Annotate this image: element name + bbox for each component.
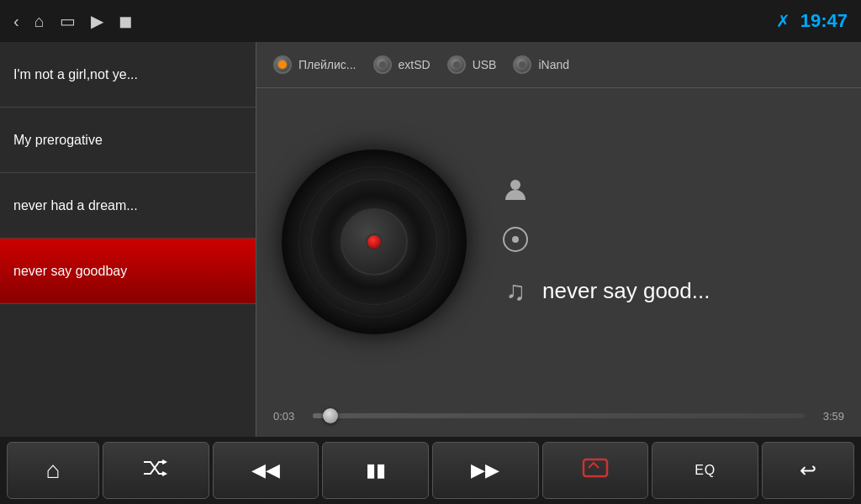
source-tab-extsd[interactable]: extSD bbox=[373, 55, 430, 74]
back-nav-icon[interactable]: ‹ bbox=[13, 12, 19, 31]
radio-extsd[interactable] bbox=[373, 55, 392, 74]
progress-fill bbox=[313, 413, 323, 418]
vinyl-inner bbox=[341, 208, 408, 276]
svg-point-2 bbox=[512, 236, 519, 243]
next-button[interactable]: ▶▶ bbox=[432, 442, 539, 499]
vinyl-center bbox=[366, 234, 383, 250]
bottom-bar: ⌂ ◀◀ ▮▮ ▶▶ EQ ↩ bbox=[0, 437, 861, 504]
source-tab-inand[interactable]: iNand bbox=[513, 55, 569, 74]
bluetooth-icon: ✗ bbox=[776, 11, 790, 31]
prev-button[interactable]: ◀◀ bbox=[213, 442, 320, 499]
home-nav-icon[interactable]: ⌂ bbox=[34, 12, 45, 31]
total-time: 3:59 bbox=[815, 410, 844, 423]
playlist-item[interactable]: I'm not a girl,not ye... bbox=[0, 42, 256, 108]
shield-nav-icon[interactable]: ▶ bbox=[91, 11, 103, 31]
playlist-panel: I'm not a girl,not ye... My prerogative … bbox=[0, 42, 256, 437]
playlist-item-active[interactable]: never say goodbay bbox=[0, 239, 256, 304]
progress-container: 0:03 3:59 bbox=[256, 395, 861, 437]
gallery-nav-icon[interactable]: ◼ bbox=[119, 11, 133, 31]
source-tabs: Плейлис... extSD USB iNand bbox=[256, 42, 861, 88]
shuffle-icon bbox=[144, 459, 167, 482]
progress-track[interactable] bbox=[313, 413, 805, 418]
next-icon: ▶▶ bbox=[471, 459, 499, 481]
prev-icon: ◀◀ bbox=[251, 459, 280, 481]
track-title: never say good... bbox=[542, 278, 710, 304]
back-icon: ↩ bbox=[800, 459, 816, 482]
player-area: ♫ never say good... bbox=[256, 88, 861, 395]
repeat-button[interactable] bbox=[542, 442, 649, 499]
radio-inand[interactable] bbox=[513, 55, 531, 74]
album-icon bbox=[500, 226, 531, 259]
vinyl-outer bbox=[282, 150, 467, 334]
album-row bbox=[500, 226, 836, 259]
status-bar: ‹ ⌂ ▭ ▶ ◼ ✗ 19:47 bbox=[0, 0, 861, 42]
time-display: 19:47 bbox=[800, 10, 848, 32]
player-panel: Плейлис... extSD USB iNand bbox=[256, 42, 861, 437]
artist-icon bbox=[500, 176, 531, 209]
note-icon: ♫ bbox=[500, 276, 531, 307]
artist-row bbox=[500, 176, 836, 209]
source-label-inand: iNand bbox=[538, 58, 569, 71]
home-icon: ⌂ bbox=[46, 457, 61, 484]
radio-usb[interactable] bbox=[447, 55, 466, 74]
back-button[interactable]: ↩ bbox=[762, 442, 854, 499]
svg-point-0 bbox=[510, 180, 520, 190]
home-button[interactable]: ⌂ bbox=[7, 442, 99, 499]
current-time: 0:03 bbox=[273, 410, 303, 423]
vinyl-disc bbox=[282, 150, 467, 334]
nav-controls: ‹ ⌂ ▭ ▶ ◼ bbox=[13, 11, 133, 31]
repeat-icon bbox=[582, 458, 609, 483]
source-label-usb: USB bbox=[473, 58, 497, 71]
playlist-item[interactable]: My prerogative bbox=[0, 108, 256, 173]
pause-button[interactable]: ▮▮ bbox=[322, 442, 429, 499]
track-info: ♫ never say good... bbox=[500, 176, 836, 307]
svg-rect-3 bbox=[584, 459, 607, 476]
playlist-item[interactable]: never had a dream... bbox=[0, 173, 256, 239]
source-label-extsd: extSD bbox=[399, 58, 430, 71]
radio-playlist[interactable] bbox=[273, 55, 292, 74]
eq-button[interactable]: EQ bbox=[652, 442, 758, 499]
shuffle-button[interactable] bbox=[103, 442, 209, 499]
source-label-playlist: Плейлис... bbox=[298, 58, 357, 71]
status-right: ✗ 19:47 bbox=[776, 10, 848, 32]
progress-thumb[interactable] bbox=[323, 408, 338, 423]
main-layout: I'm not a girl,not ye... My prerogative … bbox=[0, 42, 861, 437]
pause-icon: ▮▮ bbox=[366, 459, 386, 481]
source-tab-usb[interactable]: USB bbox=[447, 55, 497, 74]
recents-nav-icon[interactable]: ▭ bbox=[60, 11, 76, 31]
source-tab-playlist[interactable]: Плейлис... bbox=[273, 55, 357, 74]
track-row: ♫ never say good... bbox=[500, 276, 836, 307]
eq-icon: EQ bbox=[695, 463, 716, 478]
